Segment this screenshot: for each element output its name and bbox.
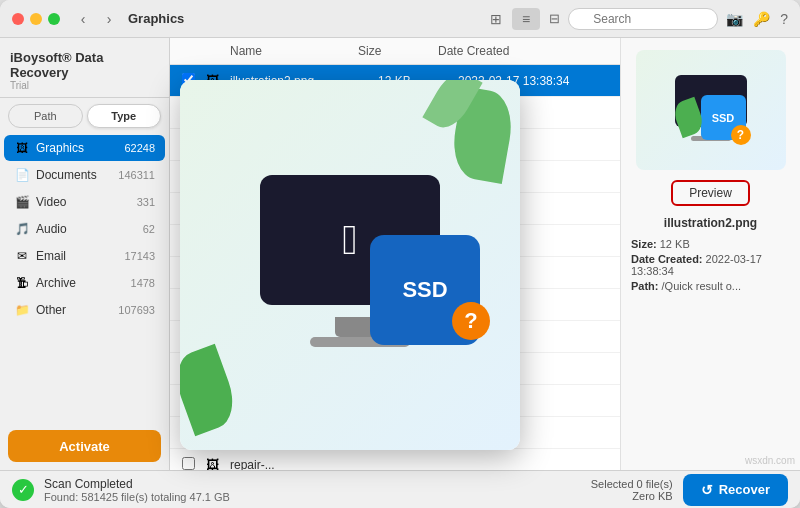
- selected-files-size: Zero KB: [591, 490, 673, 502]
- scan-complete-icon: ✓: [12, 479, 34, 501]
- recover-label: Recover: [719, 482, 770, 497]
- sidebar-header: iBoysoft® Data Recovery Trial: [0, 38, 169, 98]
- preview-panel:  SSD ? Preview illustration2.png Size: …: [620, 38, 800, 470]
- titlebar-icons: 📷 🔑 ?: [726, 11, 788, 27]
- help-button[interactable]: ?: [780, 11, 788, 27]
- sidebar-item-label-email: Email: [36, 249, 124, 263]
- sidebar-item-documents[interactable]: 📄 Documents 146311: [4, 162, 165, 188]
- sidebar-item-label-audio: Audio: [36, 222, 143, 236]
- watermark: wsxdn.com: [745, 455, 795, 466]
- email-icon: ✉: [14, 248, 30, 264]
- sidebar-item-label-video: Video: [36, 195, 137, 209]
- file-list-header: Name Size Date Created: [170, 38, 620, 65]
- sidebar-item-count-documents: 146311: [118, 169, 155, 181]
- sidebar-activate: Activate: [0, 422, 169, 470]
- activate-button[interactable]: Activate: [8, 430, 161, 462]
- view-toggle: ⊞ ≡: [482, 8, 540, 30]
- forward-button[interactable]: ›: [98, 8, 120, 30]
- tab-type[interactable]: Type: [87, 104, 162, 128]
- selected-info: Selected 0 file(s) Zero KB: [591, 478, 673, 502]
- sidebar-item-graphics[interactable]: 🖼 Graphics 62248: [4, 135, 165, 161]
- table-row[interactable]: 🖼 repair-...: [170, 449, 620, 470]
- large-ssd-box: SSD ?: [370, 235, 480, 345]
- filter-button[interactable]: ⊟: [540, 8, 568, 30]
- app-title: iBoysoft® Data Recovery: [10, 50, 159, 80]
- maximize-button[interactable]: [48, 13, 60, 25]
- grid-view-button[interactable]: ⊞: [482, 8, 510, 30]
- sidebar-item-other[interactable]: 📁 Other 107693: [4, 297, 165, 323]
- large-apple-icon: : [342, 216, 357, 264]
- mac-illustration:  SSD ?: [671, 75, 751, 145]
- traffic-lights: [12, 13, 60, 25]
- back-button[interactable]: ‹: [72, 8, 94, 30]
- col-header-date: Date Created: [438, 44, 588, 58]
- tab-path[interactable]: Path: [8, 104, 83, 128]
- sidebar-item-video[interactable]: 🎬 Video 331: [4, 189, 165, 215]
- other-icon: 📁: [14, 302, 30, 318]
- sidebar-item-count-video: 331: [137, 196, 155, 208]
- selected-files-count: Selected 0 file(s): [591, 478, 673, 490]
- file-checkbox-12[interactable]: [182, 457, 195, 470]
- titlebar: ‹ › Graphics ⊞ ≡ ⊟ 🔍 📷 🔑 ?: [0, 0, 800, 38]
- sidebar-item-label-other: Other: [36, 303, 118, 317]
- col-header-size: Size: [358, 44, 438, 58]
- audio-icon: 🎵: [14, 221, 30, 237]
- camera-button[interactable]: 📷: [726, 11, 743, 27]
- sidebar-item-audio[interactable]: 🎵 Audio 62: [4, 216, 165, 242]
- sidebar-item-archive[interactable]: 🗜 Archive 1478: [4, 270, 165, 296]
- scan-title: Scan Completed: [44, 477, 230, 491]
- video-icon: 🎬: [14, 194, 30, 210]
- preview-size: Size: 12 KB: [631, 238, 790, 250]
- nav-buttons: ‹ ›: [72, 8, 120, 30]
- preview-date: Date Created: 2022-03-17 13:38:34: [631, 253, 790, 277]
- sidebar-item-count-other: 107693: [118, 304, 155, 316]
- documents-icon: 📄: [14, 167, 30, 183]
- sidebar-item-count-audio: 62: [143, 223, 155, 235]
- large-mac-illustration:  SSD ?: [250, 175, 450, 355]
- preview-button[interactable]: Preview: [671, 180, 750, 206]
- sidebar-item-label-documents: Documents: [36, 168, 118, 182]
- app-trial: Trial: [10, 80, 159, 91]
- sidebar-item-count-archive: 1478: [131, 277, 155, 289]
- titlebar-title: Graphics: [128, 11, 184, 26]
- list-view-button[interactable]: ≡: [512, 8, 540, 30]
- preview-path: Path: /Quick result o...: [631, 280, 790, 292]
- minimize-button[interactable]: [30, 13, 42, 25]
- sidebar-tabs: Path Type: [0, 98, 169, 134]
- file-name-12: repair-...: [230, 458, 378, 471]
- key-button[interactable]: 🔑: [753, 11, 770, 27]
- sidebar-list: 🖼 Graphics 62248 📄 Documents 146311 🎬 Vi…: [0, 134, 169, 422]
- sidebar-item-count-graphics: 62248: [124, 142, 155, 154]
- ssd-box: SSD ?: [701, 95, 746, 140]
- file-type-icon: 🖼: [206, 457, 230, 470]
- search-input[interactable]: [568, 8, 718, 30]
- overlay-content:  SSD ?: [180, 80, 520, 450]
- search-wrapper: 🔍: [568, 8, 718, 30]
- sidebar-item-count-email: 17143: [124, 250, 155, 262]
- preview-thumbnail:  SSD ?: [636, 50, 786, 170]
- sidebar-item-label-archive: Archive: [36, 276, 131, 290]
- recover-button[interactable]: ↺ Recover: [683, 474, 788, 506]
- preview-filename: illustration2.png: [664, 216, 757, 230]
- scan-status: Scan Completed Found: 581425 file(s) tot…: [44, 477, 230, 503]
- sidebar-item-email[interactable]: ✉ Email 17143: [4, 243, 165, 269]
- sidebar: iBoysoft® Data Recovery Trial Path Type …: [0, 38, 170, 470]
- col-header-name: Name: [230, 44, 358, 58]
- archive-icon: 🗜: [14, 275, 30, 291]
- recover-icon: ↺: [701, 482, 713, 498]
- preview-overlay:  SSD ?: [180, 80, 520, 450]
- graphics-icon: 🖼: [14, 140, 30, 156]
- sidebar-item-label-graphics: Graphics: [36, 141, 124, 155]
- scan-detail: Found: 581425 file(s) totaling 47.1 GB: [44, 491, 230, 503]
- status-bar: ✓ Scan Completed Found: 581425 file(s) t…: [0, 470, 800, 508]
- close-button[interactable]: [12, 13, 24, 25]
